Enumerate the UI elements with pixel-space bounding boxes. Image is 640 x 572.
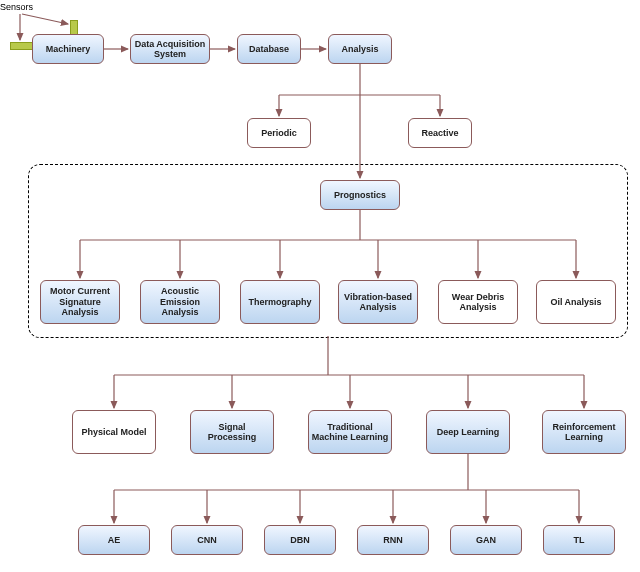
node-rnn: RNN xyxy=(357,525,429,555)
node-gan: GAN xyxy=(450,525,522,555)
node-prognostics: Prognostics xyxy=(320,180,400,210)
node-reinf: Reinforcement Learning xyxy=(542,410,626,454)
node-wear: Wear Debris Analysis xyxy=(438,280,518,324)
node-signal: Signal Processing xyxy=(190,410,274,454)
node-ae: AE xyxy=(78,525,150,555)
svg-line-0 xyxy=(22,14,68,24)
node-tradml: Traditional Machine Learning xyxy=(308,410,392,454)
node-thermography: Thermography xyxy=(240,280,320,324)
node-tl: TL xyxy=(543,525,615,555)
node-cnn: CNN xyxy=(171,525,243,555)
node-deepl: Deep Learning xyxy=(426,410,510,454)
node-physical: Physical Model xyxy=(72,410,156,454)
node-vibration: Vibration-based Analysis xyxy=(338,280,418,324)
node-machinery: Machinery xyxy=(32,34,104,64)
node-analysis: Analysis xyxy=(328,34,392,64)
sensors-label: Sensors xyxy=(0,2,33,12)
node-periodic: Periodic xyxy=(247,118,311,148)
node-reactive: Reactive xyxy=(408,118,472,148)
sensor-bar-2 xyxy=(10,42,34,50)
node-dbn: DBN xyxy=(264,525,336,555)
node-mcsa: Motor Current Signature Analysis xyxy=(40,280,120,324)
node-database: Database xyxy=(237,34,301,64)
node-oil: Oil Analysis xyxy=(536,280,616,324)
node-acoustic: Acoustic Emission Analysis xyxy=(140,280,220,324)
node-daq: Data Acquisition System xyxy=(130,34,210,64)
